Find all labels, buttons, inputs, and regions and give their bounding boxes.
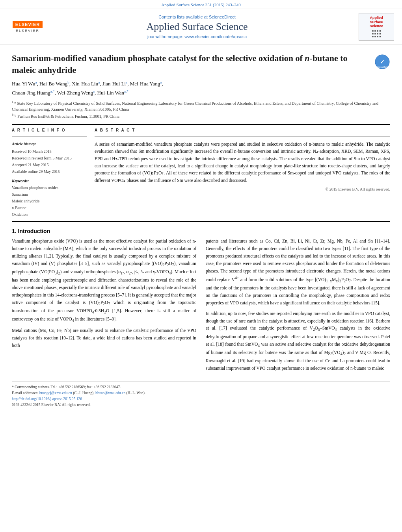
info-abstract-section: A R T I C L E I N F O Article history: R…	[12, 128, 390, 218]
footnotes: * Corresponding authors. Tel.: +86 592 2…	[12, 382, 390, 408]
received-date: Received 10 March 2015	[12, 148, 87, 155]
sciencedirect-link[interactable]: ScienceDirect	[209, 15, 236, 19]
article-title: Samarium-modified vanadium phosphate cat…	[12, 52, 374, 76]
abstract-copyright: © 2015 Elsevier B.V. All rights reserved…	[95, 187, 390, 191]
intro-left-col: Vanadium phosphorus oxide (VPO) is used …	[12, 237, 196, 375]
abstract-divider	[95, 136, 390, 137]
homepage-line: journal homepage: www.elsevier.com/locat…	[47, 34, 347, 39]
accepted-date: Accepted 21 May 2015	[12, 161, 87, 168]
article-info-label: A R T I C L E I N F O	[12, 128, 87, 132]
section-divider-thick	[12, 124, 390, 125]
corresponding-note: * Corresponding authors. Tel.: +86 592 2…	[12, 384, 390, 390]
footnote-copyright: 0169-4332/© 2015 Elsevier B.V. All right…	[12, 402, 390, 408]
email-addresses: E-mail addresses: huangcj@xmu.edu.cn (C.…	[12, 390, 390, 396]
intro-right-col: patents and literatures such as Co, Cd, …	[206, 237, 390, 375]
doi-line[interactable]: http://dx.doi.org/10.1016/j.apsusc.2015.…	[12, 396, 390, 402]
body-content: 1. Introduction Vanadium phosphorus oxid…	[12, 228, 390, 375]
svg-text:✓: ✓	[380, 59, 385, 65]
journal-title-area: Contents lists available at ScienceDirec…	[47, 15, 347, 39]
journal-name: Applied Surface Science	[47, 21, 347, 33]
crossmark-icon[interactable]: ✓ CrossMark	[374, 54, 390, 70]
article-title-section: Samarium-modified vanadium phosphate cat…	[12, 52, 390, 76]
keyword-2: Samarium	[12, 191, 87, 198]
journal-logo-box: AppliedSurfaceScience ■ ■ ■ ■■ ■ ■ ■■ ■ …	[359, 13, 394, 41]
main-content: Samarium-modified vanadium phosphate cat…	[0, 45, 402, 415]
intro-paragraph-1: Vanadium phosphorus oxide (VPO) is used …	[12, 237, 196, 349]
journal-reference-bar: Applied Surface Science 351 (2015) 243–2…	[0, 0, 402, 9]
abstract-text: A series of samarium-modified vanadium p…	[95, 141, 390, 184]
elsevier-logo: ELSEVIER	[13, 21, 43, 28]
keyword-4: n-Butane	[12, 204, 87, 211]
revised-date: Received in revised form 5 May 2015	[12, 155, 87, 161]
email-2-name: (H.-L. Wan).	[127, 391, 146, 395]
keyword-3: Maleic anhydride	[12, 198, 87, 204]
introduction-heading: 1. Introduction	[12, 228, 390, 234]
email-label: E-mail addresses:	[12, 391, 38, 395]
logo-detail: ■ ■ ■ ■■ ■ ■ ■■ ■ ■ ■	[372, 30, 381, 38]
email-1-name: (C.-J. Huang),	[73, 391, 94, 395]
abstract-section: A series of samarium-modified vanadium p…	[95, 141, 390, 191]
body-divider-thick	[12, 221, 390, 222]
available-date: Available online 29 May 2015	[12, 168, 87, 175]
journal-logo-area: AppliedSurfaceScience ■ ■ ■ ■■ ■ ■ ■■ ■ …	[347, 13, 394, 41]
logo-title-text: AppliedSurfaceScience	[370, 16, 383, 28]
article-history: Article history: Received 10 March 2015 …	[12, 141, 87, 175]
keyword-5: Oxidation	[12, 211, 87, 218]
keywords-title: Keywords:	[12, 179, 87, 183]
journal-header: ELSEVIER ELSEVIER Contents lists availab…	[0, 9, 402, 45]
publisher-logo-area: ELSEVIER ELSEVIER	[8, 21, 47, 33]
info-divider	[12, 136, 87, 137]
affiliations: a ᵃ State Key Laboratory of Physical Che…	[12, 100, 390, 119]
svg-text:CrossMark: CrossMark	[376, 66, 388, 68]
history-title: Article history:	[12, 141, 87, 147]
keywords-section: Keywords: Vanadium phosphorus oxides Sam…	[12, 179, 87, 218]
contents-available-line: Contents lists available at ScienceDirec…	[47, 15, 347, 19]
keyword-1: Vanadium phosphorus oxides	[12, 184, 87, 191]
journal-reference: Applied Surface Science 351 (2015) 243–2…	[161, 2, 240, 7]
email-1[interactable]: huangcj@xmu.edu.cn	[39, 391, 72, 395]
keywords-list: Vanadium phosphorus oxides Samarium Male…	[12, 184, 87, 218]
elsevier-text: ELSEVIER	[16, 29, 39, 33]
authors-line: Hua-Yi Wua, Hai-Bo Wangb, Xin-Hua Liua, …	[12, 80, 390, 97]
email-2[interactable]: hlwan@xmu.edu.cn	[95, 391, 125, 395]
abstract-col: A B S T R A C T A series of samarium-mod…	[95, 128, 390, 218]
abstract-label: A B S T R A C T	[95, 128, 390, 132]
introduction-two-col: Vanadium phosphorus oxide (VPO) is used …	[12, 237, 390, 375]
article-info-col: A R T I C L E I N F O Article history: R…	[12, 128, 87, 218]
intro-paragraph-2: patents and literatures such as Co, Cd, …	[206, 237, 390, 372]
homepage-url[interactable]: www.elsevier.com/locate/apsusc	[184, 34, 247, 39]
